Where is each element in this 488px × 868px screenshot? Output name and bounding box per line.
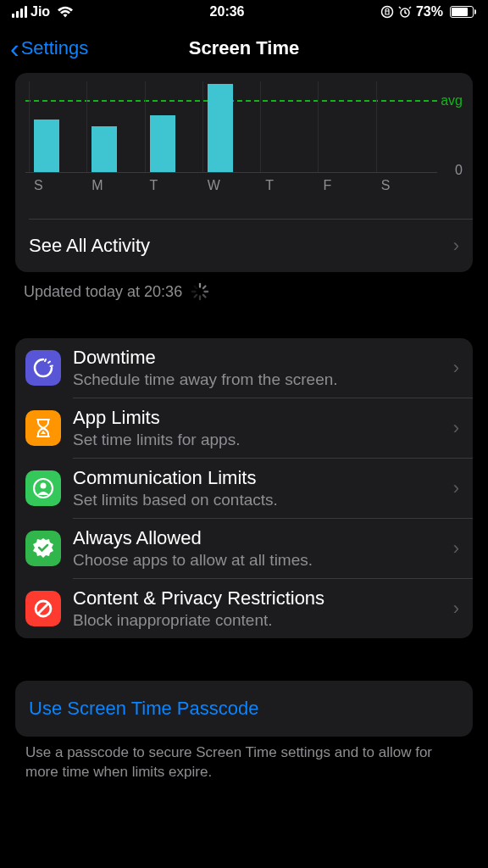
chart-day-label: S [29, 178, 86, 193]
see-all-label: See All Activity [29, 235, 453, 257]
chevron-right-icon: › [453, 537, 459, 559]
chart-day-label: T [260, 178, 318, 193]
downtime-icon [25, 350, 61, 386]
content-sub: Block inappropriate content. [73, 611, 453, 630]
activity-card: avg 0 SMTWTFS See All Activity › [15, 73, 473, 272]
chart-day-label: S [376, 178, 434, 193]
chart-avg-label: avg [441, 93, 463, 108]
chart-bar [260, 81, 318, 173]
passcode-footer: Use a passcode to secure Screen Time set… [25, 743, 463, 782]
applimits-row[interactable]: App Limits Set time limits for apps. › [15, 398, 473, 458]
loading-spinner-icon [191, 282, 209, 301]
svg-line-9 [195, 287, 197, 289]
orientation-lock-icon [380, 5, 394, 19]
always-sub: Choose apps to allow at all times. [73, 551, 453, 570]
svg-line-12 [51, 366, 53, 367]
page-title: Screen Time [189, 37, 299, 59]
back-button[interactable]: ‹ Settings [10, 35, 88, 62]
wifi-icon [57, 6, 74, 18]
chart-bar [86, 81, 144, 173]
always-title: Always Allowed [73, 527, 453, 549]
chevron-left-icon: ‹ [10, 35, 19, 62]
carrier-label: Jio [30, 4, 50, 19]
comm-title: Communication Limits [73, 467, 453, 489]
passcode-button[interactable]: Use Screen Time Passcode [15, 681, 473, 737]
chevron-right-icon: › [453, 235, 459, 257]
back-label: Settings [21, 37, 89, 59]
signal-icon [12, 6, 27, 18]
chart-day-label: M [86, 178, 144, 193]
downtime-title: Downtime [73, 347, 453, 369]
svg-line-7 [195, 295, 197, 298]
chart-day-label: W [202, 178, 260, 193]
settings-list-card: Downtime Schedule time away from the scr… [15, 338, 473, 638]
comm-sub: Set limits based on contacts. [73, 491, 453, 509]
chart-bar [318, 81, 375, 173]
battery-percent: 73% [416, 4, 443, 19]
applimits-sub: Set time limits for apps. [73, 431, 453, 449]
chart-bar [29, 81, 86, 173]
hourglass-icon [25, 410, 61, 446]
updated-label: Updated today at 20:36 [24, 283, 182, 301]
content-title: Content & Privacy Restrictions [73, 587, 453, 609]
chevron-right-icon: › [453, 477, 459, 499]
status-right: 73% [380, 4, 476, 19]
alarm-icon [398, 5, 412, 19]
battery-icon [447, 6, 476, 18]
status-left: Jio [12, 4, 74, 19]
passcode-label: Use Screen Time Passcode [29, 698, 258, 719]
nav-bar: ‹ Settings Screen Time [0, 24, 488, 73]
chart-bar [376, 81, 434, 173]
passcode-card: Use Screen Time Passcode [15, 681, 473, 737]
svg-line-3 [203, 287, 206, 289]
downtime-row[interactable]: Downtime Schedule time away from the scr… [15, 338, 473, 398]
downtime-sub: Schedule time away from the screen. [73, 370, 453, 389]
svg-line-10 [45, 359, 46, 361]
content-row[interactable]: Content & Privacy Restrictions Block ina… [15, 579, 473, 638]
status-bar: Jio 20:36 73% [0, 0, 488, 24]
chart-zero-label: 0 [455, 163, 463, 178]
svg-line-5 [203, 295, 206, 298]
svg-line-11 [48, 362, 50, 364]
updated-row: Updated today at 20:36 [0, 272, 488, 311]
checkmark-seal-icon [25, 531, 61, 566]
applimits-title: App Limits [73, 407, 453, 429]
see-all-activity-row[interactable]: See All Activity › [15, 220, 473, 272]
always-row[interactable]: Always Allowed Choose apps to allow at a… [15, 519, 473, 578]
chart-day-label: F [318, 178, 375, 193]
comm-row[interactable]: Communication Limits Set limits based on… [15, 459, 473, 518]
chevron-right-icon: › [453, 417, 459, 439]
svg-point-14 [41, 483, 47, 489]
chart-day-label: T [145, 178, 202, 193]
chevron-right-icon: › [453, 598, 459, 620]
chevron-right-icon: › [453, 357, 459, 379]
chart-bar [145, 81, 202, 173]
usage-chart[interactable]: avg 0 SMTWTFS [15, 73, 473, 190]
no-symbol-icon [25, 591, 61, 626]
person-circle-icon [25, 470, 61, 506]
chart-bar [202, 81, 260, 173]
svg-line-16 [38, 604, 48, 614]
status-time: 20:36 [210, 4, 245, 19]
